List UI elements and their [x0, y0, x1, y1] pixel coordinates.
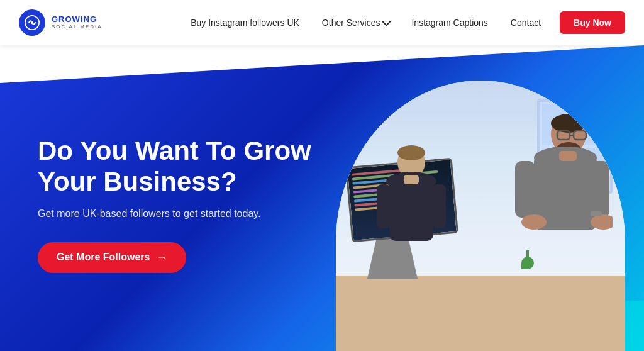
- svg-rect-7: [432, 184, 446, 228]
- buy-now-button[interactable]: Buy Now: [560, 11, 625, 34]
- svg-point-1: [31, 21, 33, 24]
- svg-point-10: [551, 114, 586, 133]
- hero-section: Do You Want To GrowYour Business? Get mo…: [0, 45, 644, 351]
- svg-rect-6: [377, 184, 391, 228]
- nav-link-ig-captions[interactable]: Instagram Captions: [411, 18, 487, 28]
- svg-rect-18: [515, 161, 535, 218]
- hero-image-bubble: [336, 81, 625, 351]
- nav-link-other-services[interactable]: Other Services: [322, 18, 389, 28]
- brand-name: GROWING: [52, 15, 103, 24]
- logo-icon: [19, 9, 45, 36]
- svg-rect-8: [404, 175, 419, 184]
- chevron-down-icon: [382, 18, 391, 26]
- arrow-right-icon: →: [156, 251, 167, 264]
- svg-rect-22: [591, 211, 602, 216]
- svg-point-20: [521, 214, 547, 230]
- logo[interactable]: GROWING SOCIAL MEDIA: [19, 9, 107, 36]
- person-back-silhouette: [374, 143, 449, 282]
- logo-text: GROWING SOCIAL MEDIA: [52, 15, 103, 30]
- svg-rect-17: [559, 151, 577, 161]
- hero-title: Do You Want To GrowYour Business?: [38, 136, 311, 197]
- person-front-silhouette: [512, 112, 613, 288]
- nav-links: Buy Instagram followers UK Other Service…: [191, 18, 541, 28]
- photo-scene: [336, 81, 625, 351]
- hero-content: Do You Want To GrowYour Business? Get mo…: [0, 136, 311, 273]
- svg-point-3: [397, 145, 425, 160]
- get-more-followers-button[interactable]: Get More Followers →: [38, 242, 186, 273]
- nav-link-buy-ig-uk[interactable]: Buy Instagram followers UK: [191, 18, 299, 28]
- hero-image-area: [317, 45, 644, 351]
- nav-link-contact[interactable]: Contact: [511, 18, 541, 28]
- hero-subtitle: Get more UK-based followers to get start…: [38, 208, 311, 220]
- cta-label: Get More Followers: [57, 252, 150, 263]
- brand-sub: SOCIAL MEDIA: [52, 25, 103, 30]
- navbar: GROWING SOCIAL MEDIA Buy Instagram follo…: [0, 0, 644, 45]
- svg-rect-19: [589, 161, 609, 218]
